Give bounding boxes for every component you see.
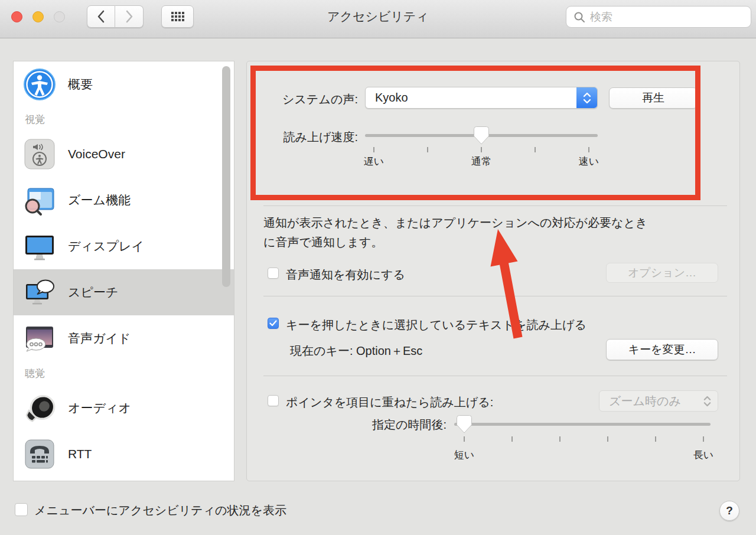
system-voice-label: システムの声:	[268, 92, 358, 107]
rate-label-normal: 通常	[471, 155, 491, 168]
speaker-icon	[23, 392, 56, 425]
play-button[interactable]: 再生	[609, 87, 698, 109]
search-icon	[573, 11, 585, 23]
sidebar-section-vision: 視覚	[14, 107, 234, 131]
toolbar: アクセシビリティ	[0, 0, 756, 38]
sidebar-item-overview[interactable]: 概要	[14, 61, 234, 107]
divider	[263, 296, 727, 296]
delay-tick	[703, 436, 704, 442]
announcement-description-line1: 通知が表示されたとき、またはアプリケーションへの対応が必要なとき	[263, 213, 724, 233]
enable-announcements-checkbox[interactable]	[268, 268, 279, 279]
speak-selected-text-label: キーを押したときに選択しているテキストを読み上げる	[286, 317, 586, 333]
section-label: 聴覚	[25, 367, 45, 380]
rate-tick	[535, 147, 536, 152]
search-input[interactable]	[590, 11, 726, 24]
delay-tick	[559, 436, 561, 442]
system-preferences-window: アクセシビリティ 概要 視覚	[0, 0, 756, 535]
sidebar-item-label: ズーム機能	[68, 192, 131, 208]
sidebar-item-label: ディスプレイ	[68, 238, 144, 255]
rate-label-slow: 遅い	[364, 155, 384, 168]
sidebar-item-label: 音声ガイド	[68, 330, 131, 347]
delay-tick	[464, 436, 465, 442]
accessibility-overview-icon	[23, 68, 56, 101]
rate-tick	[588, 147, 589, 152]
enable-announcements-label: 音声通知を有効にする	[286, 267, 405, 283]
zoom-feature-icon	[23, 184, 56, 217]
speak-pointer-mode-popup: ズーム時のみ	[599, 390, 718, 412]
delay-slider-thumb[interactable]	[457, 415, 472, 433]
delay-label-short: 短い	[454, 448, 474, 462]
rate-tick	[427, 147, 428, 152]
sidebar-item-label: RTT	[68, 447, 92, 461]
rate-tick	[481, 147, 482, 152]
sidebar-section-hearing: 聴覚	[14, 361, 234, 385]
announcement-description-line2: に音声で通知します。	[263, 233, 383, 252]
popup-stepper-icon-disabled	[697, 391, 718, 411]
sidebar-item-zoom[interactable]: ズーム機能	[14, 177, 234, 223]
delay-tick	[655, 436, 656, 442]
delay-label: 指定の時間後:	[353, 417, 447, 433]
sidebar-item-label: VoiceOver	[68, 147, 125, 161]
sidebar-item-label: オーディオ	[68, 400, 131, 416]
divider	[263, 205, 727, 206]
sidebar-item-audio[interactable]: オーディオ	[14, 385, 234, 431]
sidebar-item-voiceover[interactable]: VoiceOver	[14, 131, 234, 177]
sidebar-item-label: 概要	[68, 76, 93, 93]
change-key-button[interactable]: キーを変更…	[606, 339, 718, 360]
menubar-status-label: メニューバーにアクセシビリティの状況を表示	[34, 503, 286, 518]
delay-slider[interactable]	[454, 423, 711, 426]
search-field[interactable]	[566, 6, 751, 28]
system-voice-value: Kyoko	[366, 91, 576, 105]
speech-settings-panel: システムの声: Kyoko 再生 読み上げ速度: 遅い 通常 速い	[246, 61, 740, 481]
checkmark-icon	[269, 320, 277, 327]
sidebar-item-label: スピーチ	[68, 284, 118, 301]
rate-label-fast: 速い	[579, 155, 599, 168]
sidebar-item-audio-descriptions[interactable]: 音声ガイド	[14, 315, 234, 361]
popup-stepper-icon	[576, 87, 597, 108]
delay-tick	[607, 436, 608, 442]
help-button[interactable]: ?	[719, 501, 739, 521]
speak-under-pointer-label: ポインタを項目に重ねたら読み上げる:	[286, 394, 493, 410]
sidebar: 概要 視覚 VoiceOver	[13, 61, 234, 481]
sidebar-item-rtt[interactable]: RTT	[14, 431, 234, 477]
rate-tick	[373, 147, 374, 152]
speaking-rate-label: 読み上げ速度:	[268, 129, 358, 145]
display-icon	[23, 230, 56, 263]
current-key-label: 現在のキー: Option＋Esc	[290, 343, 422, 359]
menubar-status-checkbox[interactable]	[15, 503, 28, 516]
audio-descriptions-icon	[23, 322, 56, 355]
speak-selected-text-checkbox[interactable]	[268, 318, 279, 329]
delay-label-long: 長い	[693, 448, 713, 462]
delay-tick	[511, 436, 513, 442]
speak-pointer-mode-value: ズーム時のみ	[599, 393, 697, 409]
sidebar-item-speech[interactable]: スピーチ	[14, 269, 234, 315]
voiceover-icon	[23, 138, 56, 171]
options-button: オプション…	[606, 263, 718, 283]
rtt-phone-icon	[23, 438, 56, 471]
speaking-rate-slider-thumb[interactable]	[474, 126, 489, 145]
sidebar-item-display[interactable]: ディスプレイ	[14, 223, 234, 269]
section-label: 視覚	[25, 113, 45, 126]
system-voice-popup[interactable]: Kyoko	[365, 87, 598, 109]
speak-under-pointer-checkbox[interactable]	[268, 395, 279, 406]
speech-icon	[23, 276, 56, 309]
sidebar-scrollbar[interactable]	[222, 66, 230, 287]
divider	[263, 376, 727, 376]
